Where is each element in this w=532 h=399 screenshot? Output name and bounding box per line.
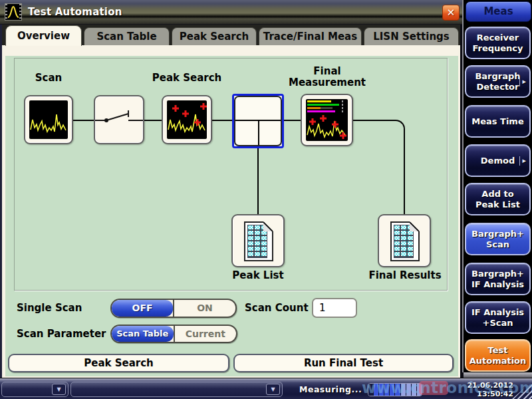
single-scan-off-option[interactable]: OFF: [112, 300, 173, 317]
run-final-test-button[interactable]: Run Final Test: [233, 354, 454, 372]
single-scan-label: Single Scan: [17, 302, 82, 314]
softkey-label: Demod: [481, 156, 515, 166]
progress-segment: [384, 384, 389, 396]
tab-trace-final-meas[interactable]: Trace/Final Meas: [259, 27, 362, 45]
progress-bar: [368, 383, 422, 396]
junction-inner: [234, 96, 282, 146]
progress-segment: [368, 384, 373, 396]
softkey-label: +Scan: [483, 318, 513, 329]
title-bar: Test Automation ✕: [0, 0, 464, 25]
softkey-add-to-peak-list[interactable]: Add to Peak List: [465, 183, 531, 215]
final-measurement-icon: [306, 99, 348, 141]
peak-search-trace-icon: [167, 100, 207, 139]
softkey-label: Peak List: [475, 200, 520, 210]
softkey-label: IF Analysis: [471, 279, 524, 290]
single-scan-toggle: OFF ON: [110, 299, 237, 318]
final-measurement-line1: Final: [275, 66, 380, 77]
softkey-label: Automation: [469, 356, 527, 366]
peak-search-button[interactable]: Peak Search: [8, 354, 229, 372]
connector-scan-switch: [73, 120, 94, 121]
final-measurement-label: Final Measurement: [275, 66, 380, 88]
tab-peak-search[interactable]: Peak Search: [172, 27, 257, 45]
softkey-label: Scan: [486, 239, 509, 250]
softkey-label: Frequency: [472, 43, 523, 54]
switch-icon: [95, 96, 143, 143]
fold-corner-icon: [263, 222, 273, 231]
connector-peaksearch-junction: [212, 120, 232, 121]
softkey-label: Detector: [477, 82, 519, 92]
softkey-test-automation[interactable]: Test Automation: [465, 339, 531, 372]
fold-corner-icon: [410, 222, 419, 231]
progress-segment: [374, 384, 378, 396]
peak-list-label: Peak List: [225, 270, 291, 281]
date-time: 21.06.2012 13:50:42: [450, 381, 513, 398]
tab-lisn-settings[interactable]: LISN Settings: [364, 27, 459, 45]
softkey-label: Bargraph: [475, 71, 520, 82]
scan-count-input[interactable]: [312, 298, 357, 318]
peak-search-label: Peak Search: [144, 72, 230, 84]
app-icon: [5, 3, 22, 21]
softkey-bargraph-if-analysis[interactable]: Bargraph+ IF Analysis: [465, 263, 531, 295]
final-results-document-icon: [390, 221, 420, 261]
peak-list-document-icon: [244, 221, 273, 261]
sidebar-bottom-band: [464, 372, 532, 378]
connector-junction-final: [284, 120, 301, 121]
bar-green: [307, 104, 346, 106]
softkey-label: Bargraph+: [471, 269, 524, 279]
connector-to-peak-list: [257, 147, 259, 214]
connector-to-final-results: [404, 132, 405, 214]
progress-segment: [401, 384, 406, 396]
scan-label: Scan: [24, 72, 73, 84]
junction-vline: [258, 120, 259, 145]
dropdown-icon: ▼: [266, 384, 280, 395]
measuring-status: Measuring...: [299, 384, 362, 394]
date-text: 21.06.2012: [450, 381, 513, 390]
softkey-bargraph-scan[interactable]: Bargraph+ Scan: [465, 223, 531, 255]
screen: Test Automation ✕ Overview Scan Table Pe…: [0, 0, 532, 399]
scan-parameter-label: Scan Parameter: [17, 328, 106, 340]
status-segment-middle[interactable]: ▼: [70, 382, 283, 397]
progress-segment: [379, 384, 384, 396]
peak-list-node[interactable]: [231, 214, 285, 267]
tab-trace-final-meas-label: Trace/Final Meas: [263, 31, 357, 43]
peak-search-node[interactable]: [162, 95, 212, 144]
softkey-label: Add to: [481, 189, 513, 200]
tab-overview-label: Overview: [17, 30, 70, 42]
progress-segment: [390, 384, 394, 396]
window-title: Test Automation: [28, 6, 122, 18]
softkey-meas-time[interactable]: Meas Time: [465, 105, 531, 138]
softkey-bargraph-detector[interactable]: Bargraph Detector ▸: [465, 65, 531, 98]
progress-segment: [417, 384, 422, 396]
softkey-receiver-frequency[interactable]: Receiver Frequency: [465, 27, 531, 59]
bar-magenta: [307, 110, 346, 112]
status-segment-left[interactable]: ▼: [1, 382, 68, 397]
scan-parameter-toggle: Scan Table Current: [110, 325, 237, 343]
bar-orange: [307, 107, 346, 109]
switch-node[interactable]: [94, 95, 144, 144]
junction-node[interactable]: [232, 94, 284, 148]
softkey-if-analysis-scan[interactable]: IF Analysis +Scan: [465, 301, 531, 334]
softkey-demod[interactable]: Demod ▸: [465, 144, 531, 177]
final-results-node[interactable]: [378, 214, 431, 267]
scan-parameter-scan-table-option[interactable]: Scan Table: [112, 326, 174, 342]
tab-scan-table[interactable]: Scan Table: [84, 27, 170, 45]
final-measurement-node[interactable]: [301, 94, 353, 146]
progress-segment: [395, 384, 400, 396]
close-button[interactable]: ✕: [442, 5, 460, 21]
submenu-arrow-icon: ▸: [519, 156, 526, 166]
scan-node[interactable]: [24, 95, 73, 144]
softkey-label: Meas Time: [471, 116, 523, 127]
final-measurement-line2: Measurement: [275, 77, 380, 88]
final-results-label: Final Results: [362, 270, 448, 281]
tab-overview[interactable]: Overview: [5, 25, 82, 46]
tab-scan-table-label: Scan Table: [96, 31, 156, 43]
connector-final-out: [353, 120, 393, 121]
scan-trace-icon: [29, 100, 68, 139]
progress-segment: [412, 384, 416, 396]
resize-grip-icon: [512, 382, 532, 399]
bargraph-icon: [307, 100, 346, 114]
scan-parameter-current-option[interactable]: Current: [175, 326, 237, 342]
connector-switch-peaksearch: [144, 120, 162, 121]
single-scan-on-option[interactable]: ON: [174, 300, 235, 317]
dropdown-icon: ▼: [52, 384, 66, 395]
